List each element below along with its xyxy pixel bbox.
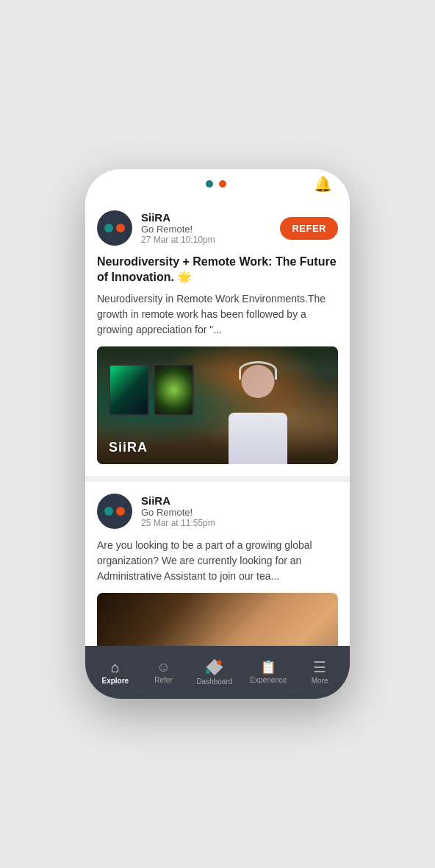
nav-item-dashboard[interactable]: Dashboard xyxy=(187,655,241,690)
post-time-2: 25 Mar at 11:55pm xyxy=(141,518,338,528)
post-author-1: SiiRA xyxy=(141,211,271,224)
post-card-1: SiiRA Go Remote! 27 Mar at 10:10pm REFER… xyxy=(85,199,350,476)
nav-item-more[interactable]: ☰ More xyxy=(295,655,344,689)
monitor-screen-1 xyxy=(110,366,148,414)
person-body xyxy=(229,413,287,464)
monitor-screen-2 xyxy=(155,366,193,414)
nav-bar: ⌂ Explore ☺ Refer Dashboard 📋 Experience… xyxy=(85,646,350,699)
post-body-2: Are you looking to be a part of a growin… xyxy=(97,538,338,584)
post-header-2: SiiRA Go Remote! 25 Mar at 11:55pm xyxy=(97,494,338,529)
avatar-dot-teal xyxy=(104,224,113,232)
post-body-1: Neurodiversity in Remote Work Environmen… xyxy=(97,291,338,338)
page-indicator xyxy=(118,180,314,188)
home-icon: ⌂ xyxy=(111,660,120,675)
nav-label-more: More xyxy=(312,677,328,685)
nav-label-experience: Experience xyxy=(250,676,287,684)
post-image-2 xyxy=(97,593,338,646)
avatar-dot-teal-2 xyxy=(104,507,113,516)
avatar-1 xyxy=(97,210,132,246)
post-card-2: SiiRA Go Remote! 25 Mar at 11:55pm Are y… xyxy=(85,482,350,646)
nav-item-experience[interactable]: 📋 Experience xyxy=(241,656,295,689)
post-time-1: 27 Mar at 10:10pm xyxy=(141,235,271,245)
dashboard-dot-teal xyxy=(206,669,210,674)
nav-item-explore[interactable]: ⌂ Explore xyxy=(91,655,140,689)
post-author-2: SiiRA xyxy=(141,494,338,507)
person-figure xyxy=(214,361,302,464)
post-info-2: SiiRA Go Remote! 25 Mar at 11:55pm xyxy=(141,494,338,528)
avatar-2 xyxy=(97,494,132,529)
avatar-dot-orange xyxy=(116,224,125,232)
nav-label-refer: Refer xyxy=(154,676,172,684)
phone-frame: 🔔 SiiRA Go Remote! 27 Mar at 10:10pm REF… xyxy=(85,169,350,699)
monitors xyxy=(109,364,194,416)
post-subtitle-2: Go Remote! xyxy=(141,507,338,518)
more-icon: ☰ xyxy=(313,660,326,675)
dashboard-icon xyxy=(204,659,225,675)
post-image-1: SiiRA xyxy=(97,346,338,464)
post-title-1: Neurodiversity + Remote Work: The Future… xyxy=(97,255,338,285)
monitor-1 xyxy=(109,364,149,416)
post-header-1: SiiRA Go Remote! 27 Mar at 10:10pm REFER xyxy=(97,210,338,246)
notification-bell-icon[interactable]: 🔔 xyxy=(314,175,332,193)
refer-button-1[interactable]: REFER xyxy=(280,217,338,240)
nav-label-explore: Explore xyxy=(102,677,129,685)
experience-icon: 📋 xyxy=(260,661,276,674)
nav-item-refer[interactable]: ☺ Refer xyxy=(140,656,188,689)
person-head xyxy=(241,365,274,398)
dot-1 xyxy=(206,180,213,188)
image-watermark-1: SiiRA xyxy=(109,440,148,455)
post-info-1: SiiRA Go Remote! 27 Mar at 10:10pm xyxy=(141,211,271,245)
dot-2 xyxy=(219,180,226,188)
monitor-2 xyxy=(154,364,194,416)
refer-icon: ☺ xyxy=(157,661,170,674)
avatar-dot-orange-2 xyxy=(116,507,125,516)
status-bar: 🔔 xyxy=(85,169,350,199)
feed-scroll-area[interactable]: SiiRA Go Remote! 27 Mar at 10:10pm REFER… xyxy=(85,199,350,646)
nav-label-dashboard: Dashboard xyxy=(196,677,232,686)
post-subtitle-1: Go Remote! xyxy=(141,224,271,235)
